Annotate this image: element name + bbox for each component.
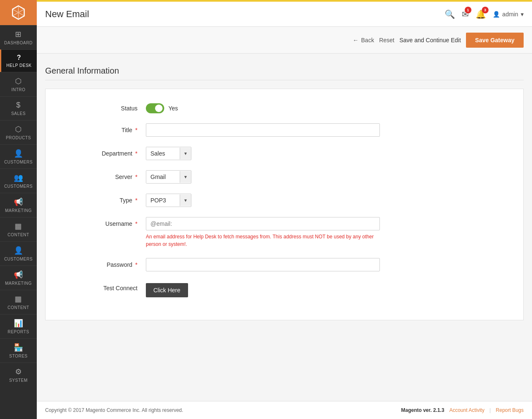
sidebar-item-system[interactable]: ⚙ SYSTEM xyxy=(0,363,37,387)
click-here-button[interactable]: Click Here xyxy=(146,283,188,297)
title-row: Title * xyxy=(62,123,507,137)
report-bugs-link[interactable]: Report Bugs xyxy=(496,407,524,413)
server-select-wrap: Gmail Yahoo Outlook Custom ▾ xyxy=(146,170,191,184)
marketing1-icon: 📢 xyxy=(14,197,23,207)
password-required-marker: * xyxy=(135,261,137,268)
type-chevron-icon: ▾ xyxy=(180,194,191,206)
footer-copyright: Copyright © 2017 Magento Commerce Inc. A… xyxy=(45,407,183,413)
footer-separator: | xyxy=(489,407,491,413)
sidebar-item-customers3[interactable]: 👤 CUSTOMERS xyxy=(0,241,37,266)
action-bar: ← Back Reset Save and Continue Edit Save… xyxy=(37,27,532,54)
system-icon: ⚙ xyxy=(15,367,22,376)
dashboard-icon: ⊞ xyxy=(15,30,22,39)
sidebar-item-customers1[interactable]: 👤 CUSTOMERS xyxy=(0,144,37,169)
intro-icon: ⬡ xyxy=(15,77,22,86)
search-icon: 🔍 xyxy=(445,10,455,19)
sidebar-item-label: MARKETING xyxy=(5,281,32,286)
sidebar-item-intro[interactable]: ⬡ INTRO xyxy=(0,72,37,96)
department-required-marker: * xyxy=(135,150,137,157)
admin-label: admin xyxy=(502,11,518,18)
sidebar-item-label: CUSTOMERS xyxy=(4,184,33,189)
sidebar-item-customers2[interactable]: 👥 CUSTOMERS xyxy=(0,169,37,193)
test-connect-label: Test Connect xyxy=(62,281,146,291)
customers3-icon: 👤 xyxy=(14,246,23,255)
form-card: Status Yes Title * xyxy=(45,89,524,320)
server-select[interactable]: Gmail Yahoo Outlook Custom xyxy=(146,171,180,183)
content2-icon: ▦ xyxy=(15,294,22,304)
reports-icon: 📊 xyxy=(14,319,23,328)
stores-icon: 🏪 xyxy=(14,343,23,352)
username-input[interactable] xyxy=(146,217,380,230)
sidebar-item-label: DASHBOARD xyxy=(4,41,33,45)
reset-button[interactable]: Reset xyxy=(379,37,395,43)
sidebar-item-label: SALES xyxy=(11,111,26,116)
username-row: Username * An email address for Help Des… xyxy=(62,217,507,248)
sidebar-item-label: INTRO xyxy=(11,87,25,92)
sidebar-item-help-desk[interactable]: ? HELP DESK xyxy=(0,49,37,72)
back-button[interactable]: ← Back xyxy=(353,37,374,43)
back-arrow-icon: ← xyxy=(353,37,359,43)
bell-badge: 3 xyxy=(482,7,489,13)
sales-icon: $ xyxy=(16,101,21,110)
type-select[interactable]: POP3 IMAP SMTP xyxy=(146,194,180,207)
admin-icon: 👤 xyxy=(493,11,500,18)
header-actions: 🔍 ✉ 1 🔔 3 👤 admin ▾ xyxy=(445,9,524,19)
status-row: Status Yes xyxy=(62,102,507,113)
status-toggle-wrap: Yes xyxy=(146,102,380,113)
notification-button[interactable]: 🔔 3 xyxy=(476,9,486,19)
footer: Copyright © 2017 Magento Commerce Inc. A… xyxy=(37,401,532,419)
type-row: Type * POP3 IMAP SMTP ▾ xyxy=(62,194,507,207)
save-gateway-button[interactable]: Save Gateway xyxy=(466,33,524,48)
customers2-icon: 👥 xyxy=(14,173,23,182)
account-activity-link[interactable]: Account Activity xyxy=(449,407,484,413)
sidebar-item-marketing1[interactable]: 📢 MARKETING xyxy=(0,193,37,217)
content1-icon: ▦ xyxy=(15,222,22,231)
search-button[interactable]: 🔍 xyxy=(445,9,455,19)
server-chevron-icon: ▾ xyxy=(180,171,191,183)
department-label: Department * xyxy=(62,147,146,157)
admin-menu-button[interactable]: 👤 admin ▾ xyxy=(493,11,524,18)
save-continue-button[interactable]: Save and Continue Edit xyxy=(400,37,461,43)
sidebar-item-label: CUSTOMERS xyxy=(4,160,33,164)
server-label: Server * xyxy=(62,170,146,180)
sidebar-item-content2[interactable]: ▦ CONTENT xyxy=(0,290,37,314)
server-control: Gmail Yahoo Outlook Custom ▾ xyxy=(146,170,380,184)
sidebar-item-marketing2[interactable]: 📢 MARKETING xyxy=(0,266,37,290)
sidebar-item-sales[interactable]: $ SALES xyxy=(0,96,37,120)
type-required-marker: * xyxy=(135,197,137,204)
sidebar-item-label: MARKETING xyxy=(5,208,32,213)
status-value-label: Yes xyxy=(168,105,178,112)
sidebar: ⊞ DASHBOARD ? HELP DESK ⬡ INTRO $ SALES … xyxy=(0,0,37,419)
test-connect-control: Click Here xyxy=(146,281,380,297)
title-control xyxy=(146,123,380,137)
mail-badge: 1 xyxy=(465,7,471,13)
password-input[interactable] xyxy=(146,258,380,271)
sidebar-item-label: HELP DESK xyxy=(6,63,31,68)
department-select[interactable]: Sales Support Billing xyxy=(146,147,180,160)
sidebar-item-label: SYSTEM xyxy=(9,378,28,383)
status-toggle[interactable] xyxy=(146,103,164,113)
department-select-wrap: Sales Support Billing ▾ xyxy=(146,147,191,160)
sidebar-item-products[interactable]: ⬡ PRODUCTS xyxy=(0,120,37,144)
sidebar-item-label: STORES xyxy=(9,354,28,358)
marketing2-icon: 📢 xyxy=(14,270,23,279)
password-control xyxy=(146,258,380,271)
department-chevron-icon: ▾ xyxy=(180,148,191,159)
title-label: Title * xyxy=(62,123,146,133)
products-icon: ⬡ xyxy=(15,125,22,134)
sidebar-item-label: REPORTS xyxy=(8,330,29,334)
sidebar-item-content1[interactable]: ▦ CONTENT xyxy=(0,217,37,241)
type-label: Type * xyxy=(62,194,146,204)
title-input[interactable] xyxy=(146,123,380,137)
mail-button[interactable]: ✉ 1 xyxy=(462,9,469,19)
status-control: Yes xyxy=(146,102,380,113)
sidebar-item-stores[interactable]: 🏪 STORES xyxy=(0,338,37,363)
username-help-text: An email address for Help Desk to fetch … xyxy=(146,233,380,248)
sidebar-item-dashboard[interactable]: ⊞ DASHBOARD xyxy=(0,25,37,49)
footer-right: Magento ver. 2.1.3 Account Activity | Re… xyxy=(401,407,524,413)
test-connect-row: Test Connect Click Here xyxy=(62,281,507,297)
status-label: Status xyxy=(62,102,146,112)
sidebar-item-label: CUSTOMERS xyxy=(4,257,33,261)
sidebar-item-reports[interactable]: 📊 REPORTS xyxy=(0,314,37,338)
content-area: General Information Status Yes Title * xyxy=(37,54,532,401)
